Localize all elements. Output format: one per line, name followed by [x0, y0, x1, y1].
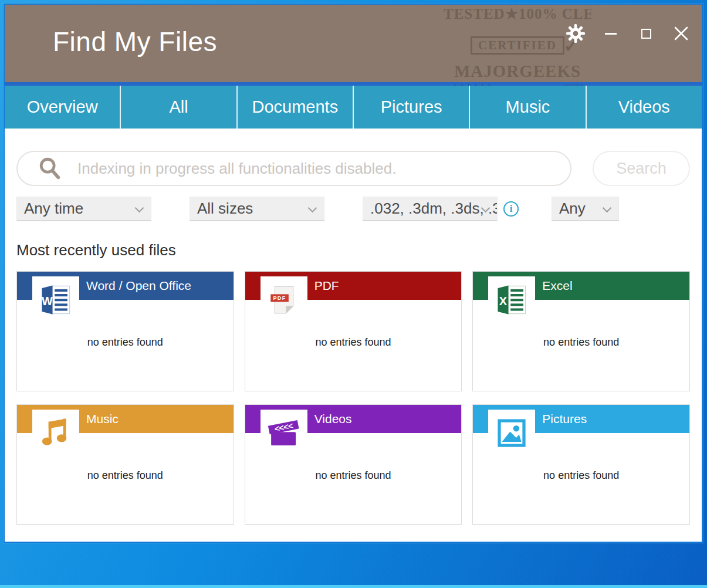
- close-button[interactable]: [671, 22, 691, 45]
- chevron-down-icon: [308, 204, 317, 213]
- extension-filter-dropdown[interactable]: .032, .3dm, .3ds, .3: [363, 197, 498, 221]
- chevron-down-icon: [603, 204, 612, 213]
- tab-videos[interactable]: Videos: [586, 86, 702, 129]
- watermark-certified-badge: CERTIFIED ✓: [471, 36, 564, 55]
- svg-text:X: X: [499, 295, 508, 307]
- minimize-icon: [605, 33, 617, 35]
- videos-icon: <<<<: [261, 410, 307, 457]
- taskbar-edge: [0, 585, 707, 588]
- card-music[interactable]: Music no entries found: [16, 404, 234, 525]
- empty-state-label: no entries found: [473, 336, 689, 349]
- titlebar: Find My Files TESTED★100% CLEAN CERTIFIE…: [5, 5, 702, 82]
- tab-all[interactable]: All: [120, 86, 236, 129]
- svg-text:<<<<: <<<<: [273, 421, 294, 434]
- window-controls: [566, 19, 691, 48]
- svg-text:W: W: [42, 295, 53, 307]
- tab-pictures[interactable]: Pictures: [353, 86, 469, 129]
- empty-state-label: no entries found: [17, 336, 234, 349]
- card-pictures[interactable]: Pictures no entries found: [472, 404, 690, 525]
- minimize-button[interactable]: [601, 22, 621, 45]
- pdf-icon: PDF: [261, 276, 307, 323]
- size-filter-dropdown[interactable]: All sizes: [190, 197, 324, 221]
- excel-icon: X: [488, 276, 535, 323]
- music-icon: [32, 410, 79, 457]
- search-icon: [38, 156, 62, 181]
- main-content: Search Any time All sizes .032, .3dm, .3…: [5, 129, 702, 542]
- watermark-brand: MAJORGEEKS: [444, 62, 591, 81]
- recent-files-grid: Word / Open Office W no entries found: [16, 271, 690, 525]
- card-excel[interactable]: Excel X no entries found: [472, 271, 690, 391]
- any-filter-dropdown[interactable]: Any: [552, 197, 619, 221]
- time-filter-dropdown[interactable]: Any time: [16, 197, 151, 221]
- tab-bar: Overview All Documents Pictures Music Vi…: [5, 86, 702, 129]
- chevron-down-icon: [135, 204, 144, 213]
- tab-music[interactable]: Music: [469, 86, 585, 129]
- tab-overview[interactable]: Overview: [5, 86, 120, 129]
- empty-state-label: no entries found: [17, 469, 234, 482]
- empty-state-label: no entries found: [245, 469, 462, 482]
- close-icon: [674, 26, 688, 40]
- section-heading: Most recently used files: [16, 241, 690, 259]
- app-window: Find My Files TESTED★100% CLEAN CERTIFIE…: [4, 4, 703, 543]
- gear-icon: [566, 23, 586, 43]
- search-input[interactable]: [77, 160, 559, 178]
- card-pdf[interactable]: PDF PDF no entries found: [245, 271, 462, 391]
- maximize-icon: [641, 29, 651, 39]
- settings-gear-icon[interactable]: [566, 22, 586, 45]
- svg-text:PDF: PDF: [273, 295, 286, 301]
- search-box: [16, 151, 571, 186]
- card-word-open-office[interactable]: Word / Open Office W no entries found: [16, 271, 234, 391]
- word-icon: W: [32, 276, 79, 323]
- tab-documents[interactable]: Documents: [236, 86, 353, 129]
- filters-row: Any time All sizes .032, .3dm, .3ds, .3 …: [16, 197, 690, 221]
- window-title: Find My Files: [53, 26, 217, 58]
- empty-state-label: no entries found: [473, 469, 689, 482]
- info-icon[interactable]: i: [503, 201, 519, 217]
- maximize-button[interactable]: [636, 22, 656, 45]
- empty-state-label: no entries found: [245, 336, 462, 349]
- card-videos[interactable]: Videos <<<< no entries found: [245, 404, 462, 525]
- pictures-icon: [488, 410, 535, 457]
- search-row: Search: [16, 151, 690, 186]
- search-button[interactable]: Search: [593, 151, 690, 186]
